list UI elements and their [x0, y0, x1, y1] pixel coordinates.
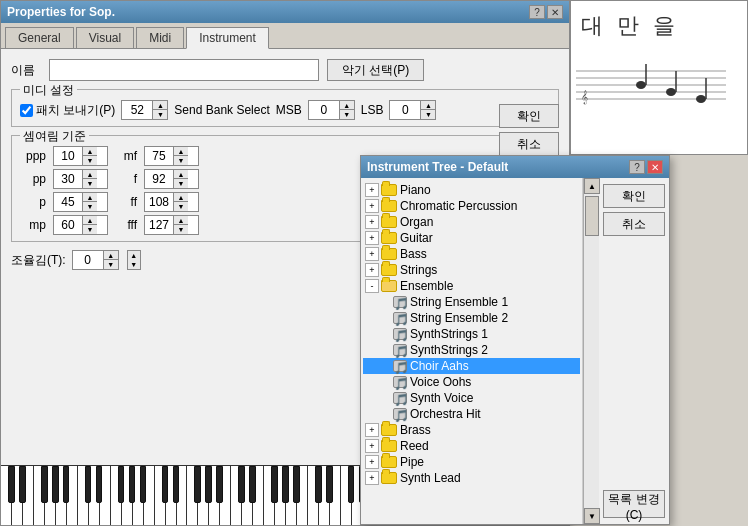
tree-expand-guitar[interactable]: + — [365, 231, 379, 245]
tree-item-ensemble[interactable]: - Ensemble — [363, 278, 580, 294]
tree-close-button[interactable]: ✕ — [647, 160, 663, 174]
tree-scrollbar[interactable]: ▲ ▼ — [583, 178, 599, 524]
tree-item-voice-oohs[interactable]: 🎵 Voice Oohs — [363, 374, 580, 390]
tree-expand-organ[interactable]: + — [365, 215, 379, 229]
tree-list-area[interactable]: + Piano + Chromatic Percussion + Organ +… — [361, 178, 583, 524]
tree-list-change-button[interactable]: 목록 변경(C) — [603, 490, 665, 518]
vel-input-f[interactable] — [145, 170, 173, 188]
vel-down-pp[interactable]: ▼ — [83, 179, 97, 188]
name-input[interactable] — [49, 59, 319, 81]
tree-item-synth-str1[interactable]: 🎵 SynthStrings 1 — [363, 326, 580, 342]
vel-input-p[interactable] — [54, 193, 82, 211]
tree-item-string-ens1[interactable]: 🎵 String Ensemble 1 — [363, 294, 580, 310]
vel-down-ff[interactable]: ▼ — [174, 202, 188, 211]
white-key-15[interactable] — [166, 466, 177, 525]
vel-up-ff[interactable]: ▲ — [174, 193, 188, 202]
vel-up-f[interactable]: ▲ — [174, 170, 188, 179]
white-key-28[interactable] — [308, 466, 319, 525]
vel-input-fff[interactable] — [145, 216, 173, 234]
msb-input[interactable] — [309, 101, 339, 119]
vel-input-mf[interactable] — [145, 147, 173, 165]
lsb-up[interactable]: ▲ — [421, 101, 435, 110]
white-key-25[interactable] — [275, 466, 286, 525]
tree-item-piano[interactable]: + Piano — [363, 182, 580, 198]
vel-up-mf[interactable]: ▲ — [174, 147, 188, 156]
tree-item-orchestra-hit[interactable]: 🎵 Orchestra Hit — [363, 406, 580, 422]
white-key-7[interactable] — [78, 466, 89, 525]
vel-up-fff[interactable]: ▲ — [174, 216, 188, 225]
lsb-down[interactable]: ▼ — [421, 110, 435, 119]
tree-expand-strings[interactable]: + — [365, 263, 379, 277]
white-key-26[interactable] — [286, 466, 297, 525]
white-key-31[interactable] — [341, 466, 352, 525]
tree-expand-piano[interactable]: + — [365, 183, 379, 197]
vel-up-pp[interactable]: ▲ — [83, 170, 97, 179]
vel-down-f[interactable]: ▼ — [174, 179, 188, 188]
patch-send-up[interactable]: ▲ — [153, 101, 167, 110]
white-key-1[interactable] — [12, 466, 23, 525]
white-key-10[interactable] — [111, 466, 122, 525]
ok-button[interactable]: 확인 — [499, 104, 559, 128]
cancel-button[interactable]: 취소 — [499, 132, 559, 156]
patch-send-label[interactable]: 패치 보내기(P) — [20, 102, 115, 119]
white-key-23[interactable] — [253, 466, 264, 525]
white-key-4[interactable] — [45, 466, 56, 525]
white-key-8[interactable] — [89, 466, 100, 525]
tab-general[interactable]: General — [5, 27, 74, 48]
volume-input[interactable] — [73, 251, 103, 269]
vel-up-p[interactable]: ▲ — [83, 193, 97, 202]
volume-up[interactable]: ▲ — [104, 251, 118, 260]
vel-up-ppp[interactable]: ▲ — [83, 147, 97, 156]
tree-item-pipe[interactable]: + Pipe — [363, 454, 580, 470]
tree-item-chromatic[interactable]: + Chromatic Percussion — [363, 198, 580, 214]
white-key-12[interactable] — [133, 466, 144, 525]
tree-expand-brass[interactable]: + — [365, 423, 379, 437]
msb-down[interactable]: ▼ — [340, 110, 354, 119]
white-key-17[interactable] — [187, 466, 198, 525]
tree-expand-reed[interactable]: + — [365, 439, 379, 453]
help-button[interactable]: ? — [529, 5, 545, 19]
tree-item-organ[interactable]: + Organ — [363, 214, 580, 230]
volume-scroll[interactable]: ▲ ▼ — [127, 250, 141, 270]
white-key-11[interactable] — [122, 466, 133, 525]
tree-expand-synth-lead[interactable]: + — [365, 471, 379, 485]
tree-expand-chromatic[interactable]: + — [365, 199, 379, 213]
tree-item-synth-str2[interactable]: 🎵 SynthStrings 2 — [363, 342, 580, 358]
white-key-22[interactable] — [242, 466, 253, 525]
vel-down-fff[interactable]: ▼ — [174, 225, 188, 234]
tree-item-synth-voice[interactable]: 🎵 Synth Voice — [363, 390, 580, 406]
tab-midi[interactable]: Midi — [136, 27, 184, 48]
tree-expand-ensemble[interactable]: - — [365, 279, 379, 293]
volume-down[interactable]: ▼ — [104, 260, 118, 269]
patch-send-input[interactable] — [122, 101, 152, 119]
vel-input-mp[interactable] — [54, 216, 82, 234]
white-key-0[interactable] — [1, 466, 12, 525]
tree-item-reed[interactable]: + Reed — [363, 438, 580, 454]
vel-input-ppp[interactable] — [54, 147, 82, 165]
white-key-2[interactable] — [23, 466, 34, 525]
scroll-up-button[interactable]: ▲ — [584, 178, 600, 194]
white-key-3[interactable] — [34, 466, 45, 525]
white-key-29[interactable] — [319, 466, 330, 525]
white-key-6[interactable] — [67, 466, 78, 525]
tree-item-string-ens2[interactable]: 🎵 String Ensemble 2 — [363, 310, 580, 326]
vel-down-p[interactable]: ▼ — [83, 202, 97, 211]
white-key-24[interactable] — [264, 466, 275, 525]
white-key-14[interactable] — [155, 466, 166, 525]
white-key-21[interactable] — [231, 466, 242, 525]
tree-item-choir-aahs[interactable]: 🎵 Choir Aahs — [363, 358, 580, 374]
lsb-input[interactable] — [390, 101, 420, 119]
tree-cancel-button[interactable]: 취소 — [603, 212, 665, 236]
tree-ok-button[interactable]: 확인 — [603, 184, 665, 208]
tab-instrument[interactable]: Instrument — [186, 27, 269, 49]
vel-down-ppp[interactable]: ▼ — [83, 156, 97, 165]
white-key-30[interactable] — [330, 466, 341, 525]
white-key-27[interactable] — [297, 466, 308, 525]
instrument-select-button[interactable]: 악기 선택(P) — [327, 59, 424, 81]
white-key-16[interactable] — [177, 466, 188, 525]
msb-up[interactable]: ▲ — [340, 101, 354, 110]
patch-send-down[interactable]: ▼ — [153, 110, 167, 119]
vel-input-ff[interactable] — [145, 193, 173, 211]
vel-down-mp[interactable]: ▼ — [83, 225, 97, 234]
white-key-20[interactable] — [220, 466, 231, 525]
